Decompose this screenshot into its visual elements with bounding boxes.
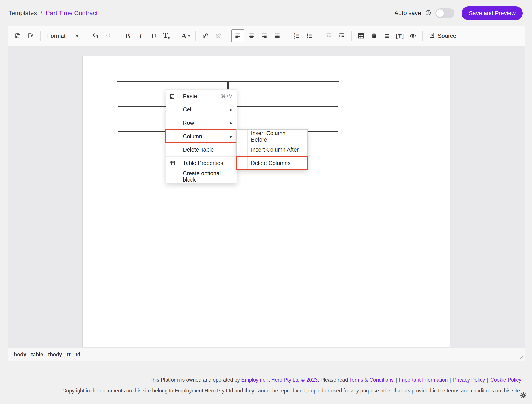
toolbar-separator	[287, 31, 287, 41]
important-information-link[interactable]: Important Information	[399, 377, 448, 383]
autosave-toggle[interactable]	[435, 8, 455, 18]
align-left-button[interactable]	[231, 29, 244, 42]
menu-item-label: Table Properties	[183, 160, 223, 166]
bullet-list-button[interactable]	[304, 30, 316, 42]
menu-item-insert-column-after[interactable]: Insert Column After	[237, 143, 307, 156]
toggle-knob	[436, 9, 444, 17]
text-color-button[interactable]: A	[180, 30, 192, 42]
table-cell[interactable]	[228, 95, 338, 107]
italic-button[interactable]: I	[134, 30, 147, 42]
breadcrumb-templates[interactable]: Templates	[8, 10, 37, 17]
menu-item-label: Insert Column Before	[251, 130, 303, 143]
submenu-arrow-icon: ▸	[230, 107, 232, 112]
format-dropdown-label: Format	[47, 33, 65, 39]
submenu-arrow-icon: ▸	[230, 134, 232, 139]
save-template-button[interactable]	[12, 30, 24, 42]
submenu-arrow-icon: ▸	[230, 120, 232, 126]
table-cell[interactable]	[228, 107, 338, 119]
indent-button[interactable]	[336, 30, 348, 42]
menu-item-label: Paste	[183, 93, 197, 99]
footer-link-separator: |	[450, 377, 451, 383]
document-page[interactable]	[82, 56, 450, 347]
align-justify-button[interactable]	[271, 30, 283, 42]
undo-button[interactable]	[89, 30, 101, 42]
menu-item-table-properties[interactable]: Table Properties	[166, 156, 237, 170]
menu-item-label: Delete Table	[183, 146, 214, 153]
footer-line1: This Platform is owned and operated by E…	[62, 376, 521, 384]
menu-item-create-optional-block[interactable]: Create optional block	[166, 170, 237, 183]
redo-button[interactable]	[102, 30, 114, 42]
breadcrumb-separator: /	[41, 10, 42, 17]
menu-item-column[interactable]: Column ▸	[166, 130, 237, 143]
site-footer: This Platform is owned and operated by E…	[62, 376, 521, 394]
column-submenu: Insert Column Before Insert Column After…	[236, 129, 308, 170]
format-dropdown[interactable]: Format	[44, 30, 82, 42]
editor-toolbar: Format B I U Tx A	[8, 26, 525, 46]
edit-template-button[interactable]	[25, 30, 37, 42]
path-item-table[interactable]: table	[31, 352, 43, 358]
insert-table-button[interactable]	[355, 30, 367, 42]
svg-text:3: 3	[294, 37, 295, 39]
toolbar-separator	[319, 31, 319, 41]
resize-handle[interactable]	[518, 354, 523, 360]
menu-item-row[interactable]: Row ▸	[166, 116, 237, 130]
source-button[interactable]: Source	[426, 30, 459, 42]
chevron-down-icon	[75, 35, 79, 37]
unlink-button[interactable]	[212, 30, 224, 42]
rich-text-editor: Format B I U Tx A	[8, 26, 525, 361]
table-context-menu: Paste ⌘+V Cell ▸ Row ▸ Column ▸ Delete T…	[166, 89, 237, 183]
menu-item-paste[interactable]: Paste ⌘+V	[166, 89, 237, 103]
menu-item-insert-column-before[interactable]: Insert Column Before	[237, 130, 307, 143]
toolbar-separator	[118, 31, 118, 41]
toolbar-separator	[176, 31, 176, 41]
align-right-button[interactable]	[258, 30, 270, 42]
menu-item-delete-table[interactable]: Delete Table	[166, 143, 237, 156]
menu-item-cell[interactable]: Cell ▸	[166, 103, 237, 116]
cookie-policy-link[interactable]: Cookie Policy	[490, 377, 521, 383]
autosave-label: Auto save	[394, 10, 421, 17]
align-center-button[interactable]	[245, 30, 257, 42]
breadcrumb: Templates / Part Time Contract	[8, 10, 98, 17]
outdent-button[interactable]	[323, 30, 335, 42]
path-item-tr[interactable]: tr	[67, 352, 71, 358]
path-item-td[interactable]: td	[76, 352, 80, 358]
save-and-preview-button[interactable]: Save and Preview	[462, 7, 523, 20]
privacy-policy-link[interactable]: Privacy Policy	[453, 377, 485, 383]
footer-text: This Platform is owned and operated by	[150, 377, 241, 383]
terms-link[interactable]: Terms & Conditions	[349, 377, 394, 383]
underline-label: U	[151, 33, 156, 39]
page-break-button[interactable]	[381, 30, 393, 42]
gear-icon[interactable]	[520, 392, 527, 399]
company-link[interactable]: Employment Hero Pty Ltd © 2023	[241, 377, 318, 383]
toolbar-separator	[40, 31, 41, 41]
remove-format-button[interactable]: Tx	[160, 30, 172, 42]
menu-item-label: Insert Column After	[251, 146, 298, 153]
path-item-body[interactable]: body	[14, 352, 26, 358]
text-placeholder-button[interactable]: [T]	[394, 30, 406, 42]
app-window: Templates / Part Time Contract Auto save…	[0, 0, 532, 404]
toolbar-separator	[195, 31, 196, 41]
remove-format-label: Tx	[163, 32, 170, 40]
menu-item-delete-columns[interactable]: Delete Columns	[237, 156, 307, 170]
source-label: Source	[438, 33, 456, 39]
footer-text: . Please read	[318, 377, 349, 383]
info-icon[interactable]	[425, 10, 431, 17]
footer-link-separator: |	[396, 377, 397, 383]
top-bar: Templates / Part Time Contract Auto save…	[0, 0, 532, 26]
menu-item-label: Create optional block	[183, 170, 232, 183]
source-icon	[429, 32, 435, 40]
underline-button[interactable]: U	[147, 30, 159, 42]
ordered-list-button[interactable]: 123	[291, 30, 303, 42]
preview-button[interactable]	[407, 30, 419, 42]
menu-item-label: Column	[183, 133, 202, 140]
clipboard-icon	[168, 93, 176, 99]
toolbar-separator	[228, 31, 228, 41]
menu-item-label: Row	[183, 120, 194, 126]
breadcrumb-current-page: Part Time Contract	[46, 10, 98, 17]
link-button[interactable]	[199, 30, 211, 42]
block-cube-button[interactable]	[368, 30, 380, 42]
bold-button[interactable]: B	[122, 30, 134, 42]
table-cell[interactable]	[228, 82, 338, 94]
path-item-tbody[interactable]: tbody	[48, 352, 62, 358]
toolbar-separator	[351, 31, 352, 41]
